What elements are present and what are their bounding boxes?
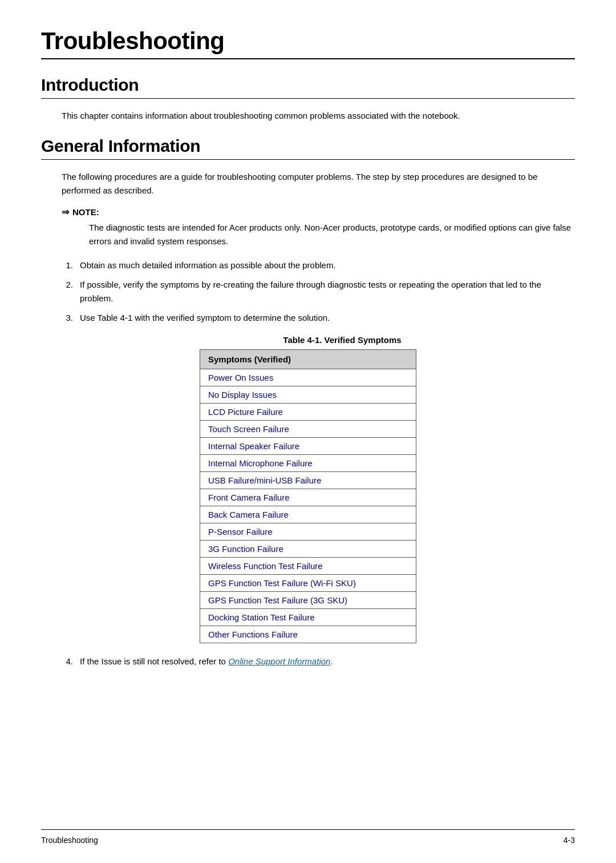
general-information-heading: General Information: [41, 136, 575, 156]
step-3-text: Use Table 4-1 with the verified symptom …: [80, 311, 330, 325]
table-row[interactable]: GPS Function Test Failure (Wi-Fi SKU): [200, 575, 416, 592]
step-1-text: Obtain as much detailed information as p…: [80, 259, 336, 272]
footer-left: Troubleshooting: [41, 836, 98, 845]
table-row[interactable]: Wireless Function Test Failure: [200, 558, 416, 575]
table-row[interactable]: Other Functions Failure: [200, 626, 416, 643]
title-divider: [41, 58, 575, 59]
footer: Troubleshooting 4-3: [41, 829, 575, 845]
table-row[interactable]: Internal Microphone Failure: [200, 455, 416, 472]
step-1-num: 1.: [62, 259, 73, 272]
table-row[interactable]: Docking Station Test Failure: [200, 609, 416, 626]
note-label: ⇒ NOTE:: [62, 207, 575, 217]
table-row[interactable]: Power On Issues: [200, 369, 416, 386]
step-4-num: 4.: [62, 655, 73, 668]
note-arrow-icon: ⇒: [62, 207, 69, 217]
general-information-body: The following procedures are a guide for…: [62, 170, 575, 197]
steps-list: 1. Obtain as much detailed information a…: [62, 259, 575, 325]
note-block: ⇒ NOTE: The diagnostic tests are intende…: [62, 207, 575, 248]
table-row[interactable]: LCD Picture Failure: [200, 404, 416, 421]
symptoms-table-wrapper: Symptoms (Verified) Power On IssuesNo Di…: [41, 349, 575, 643]
table-row[interactable]: Internal Speaker Failure: [200, 438, 416, 455]
step-2-num: 2.: [62, 278, 73, 305]
table-row[interactable]: Back Camera Failure: [200, 506, 416, 523]
step-3: 3. Use Table 4-1 with the verified sympt…: [62, 311, 575, 325]
table-row[interactable]: 3G Function Failure: [200, 541, 416, 558]
step-4-text-after: .: [330, 656, 333, 666]
table-row[interactable]: Touch Screen Failure: [200, 421, 416, 438]
symptoms-table: Symptoms (Verified) Power On IssuesNo Di…: [200, 349, 416, 643]
step-3-num: 3.: [62, 311, 73, 325]
general-information-divider: [41, 159, 575, 160]
online-support-link[interactable]: Online Support Information: [228, 656, 330, 666]
table-caption: Table 4-1. Verified Symptoms: [110, 335, 575, 345]
table-row[interactable]: USB Failure/mini-USB Failure: [200, 472, 416, 489]
note-label-text: NOTE:: [72, 207, 99, 217]
table-header: Symptoms (Verified): [200, 350, 416, 369]
table-row[interactable]: GPS Function Test Failure (3G SKU): [200, 592, 416, 609]
introduction-body: This chapter contains information about …: [62, 109, 575, 123]
table-row[interactable]: Front Camera Failure: [200, 489, 416, 506]
note-body: The diagnostic tests are intended for Ac…: [89, 221, 575, 248]
step-1: 1. Obtain as much detailed information a…: [62, 259, 575, 272]
table-row[interactable]: No Display Issues: [200, 386, 416, 404]
step-2: 2. If possible, verify the symptoms by r…: [62, 278, 575, 305]
table-row[interactable]: P-Sensor Failure: [200, 523, 416, 541]
introduction-divider: [41, 98, 575, 99]
footer-right: 4-3: [564, 836, 575, 845]
introduction-heading: Introduction: [41, 75, 575, 95]
step-4: 4. If the Issue is still not resolved, r…: [62, 655, 575, 668]
step-4-content: If the Issue is still not resolved, refe…: [80, 655, 333, 668]
page-title: Troubleshooting: [41, 27, 575, 55]
step-2-text: If possible, verify the symptoms by re-c…: [80, 278, 575, 305]
step-4-text-before: If the Issue is still not resolved, refe…: [80, 656, 228, 666]
